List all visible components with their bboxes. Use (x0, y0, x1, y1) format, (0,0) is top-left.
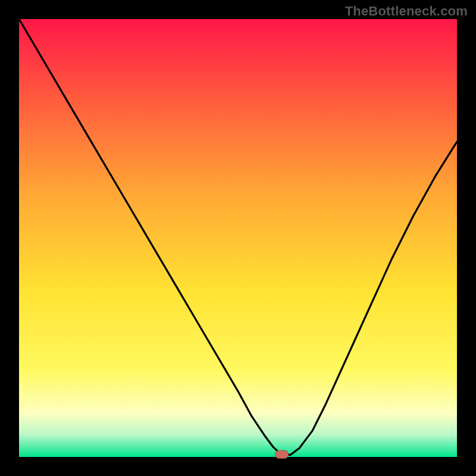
bottleneck-chart (0, 0, 476, 476)
chart-frame: { "watermark": "TheBottleneck.com", "col… (0, 0, 476, 476)
min-marker (275, 450, 289, 458)
watermark-text: TheBottleneck.com (345, 4, 468, 19)
